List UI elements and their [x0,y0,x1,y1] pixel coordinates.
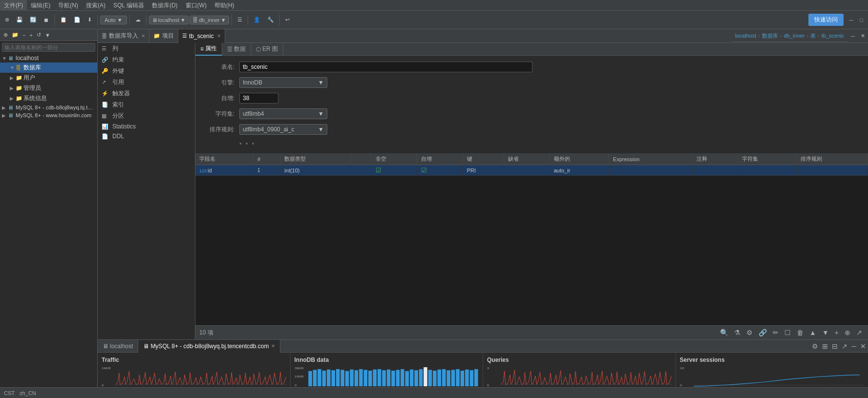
sub-tab-properties[interactable]: ≡ 属性 [195,43,222,56]
status-cst: CST [4,390,15,396]
toolbar-list-btn[interactable]: ☰ [234,15,245,24]
footer-delete-btn[interactable]: 🗑 [795,328,805,337]
bottom-tab-mysql[interactable]: 🖥 MySQL 8+ - cdb-b8oj8wyq.bj.tencentcdb.… [138,340,280,353]
host-dropdown[interactable]: 🖥 localhost ▼ [149,16,189,24]
toolbar-save-btn[interactable]: 💾 [13,15,26,24]
toolbar-wrench-btn[interactable]: 🔧 [264,15,277,24]
tab-db-import[interactable]: 🗄 数据库导入 ✕ [98,29,149,43]
footer-copy2-btn[interactable]: ⊕ [843,328,852,337]
engine-select[interactable]: InnoDB ▼ [239,77,327,88]
footer-down-btn[interactable]: ▼ [820,328,831,337]
footer-settings-btn[interactable]: ⚙ [744,328,755,337]
sidebar-add-btn[interactable]: ⊕ [2,31,9,39]
bottom-close-btn[interactable]: ✕ [858,341,868,351]
obj-panel-item-columns[interactable]: ☰ 列 [98,43,195,54]
obj-panel-item-ddl[interactable]: 📄 DDL [98,131,195,141]
menu-window[interactable]: 窗口(W) [182,0,211,11]
toolbar-back-btn[interactable]: ↩ [282,15,293,24]
collation-select[interactable]: utf8mb4_0900_ai_c ▼ [239,124,327,135]
footer-search-btn[interactable]: 🔍 [718,328,730,337]
bottom-grid2-btn[interactable]: ⊟ [830,341,840,351]
sidebar-item-admin[interactable]: ▶ 📁 管理员 [0,83,97,93]
sidebar-expand-btn[interactable]: + [28,32,34,39]
footer-link-btn[interactable]: 🔗 [757,328,769,337]
bottom-tab-localhost[interactable]: 🖥 localhost [98,340,138,353]
bottom-export2-btn[interactable]: ↗ [840,341,849,351]
obj-panel-item-triggers[interactable]: ⚡ 触发器 [98,88,195,99]
footer-filter-btn[interactable]: ⚗ [732,328,742,337]
db-dropdown[interactable]: 🗄 db_inner ▼ [190,16,229,24]
toolbar-copy-btn[interactable]: 📋 [57,15,70,24]
quick-access-button[interactable]: 快速访问 [808,14,844,26]
toolbar-win-max-btn[interactable]: □ [857,16,866,24]
obj-panel-item-constraints[interactable]: 🔗 约束 [98,54,195,65]
breadcrumb-item-db[interactable]: 数据库 [762,32,778,40]
sub-tab-data[interactable]: ☰ 数据 [222,43,251,56]
sidebar-item-mysql1[interactable]: ▶ 🖥 MySQL 8+ - cdb-b8oj8wyq.bj.tenc... [0,104,97,111]
sidebar-folder-btn[interactable]: 📁 [10,31,20,39]
sidebar-item-sysinfo[interactable]: ▶ 📁 系统信息 [0,93,97,104]
sidebar-item-users[interactable]: ▶ 📁 用户 [0,73,97,83]
obj-panel-item-statistics[interactable]: 📊 Statistics [98,122,195,131]
toolbar-new-btn[interactable]: ⊕ [2,15,12,24]
footer-up-btn[interactable]: ▲ [807,328,818,337]
toolbar-win-min-btn[interactable]: ─ [847,16,856,24]
sidebar-collapse-btn[interactable]: − [21,32,27,39]
menu-sql[interactable]: SQL 编辑器 [109,0,148,11]
svg-rect-14 [345,371,349,386]
menu-file[interactable]: 文件(F) [0,0,27,11]
menu-search[interactable]: 搜索(A) [82,0,109,11]
footer-edit-btn[interactable]: ✏ [771,328,781,337]
footer-square-btn[interactable]: ☐ [783,328,793,337]
bottom-tab-close[interactable]: ✕ [271,343,275,349]
toolbar-paste-btn[interactable]: 📄 [71,15,84,24]
tab-tb-scenic[interactable]: ☰ tb_scenic ✕ [178,29,225,43]
profile-icon: 👤 [254,17,260,23]
tablename-input[interactable] [239,62,532,72]
toolbar-profile-btn[interactable]: 👤 [251,15,263,24]
bottom-min-btn[interactable]: ─ [849,341,858,351]
toolbar-cloud-btn[interactable]: ☁ [132,15,144,24]
breadcrumb-item-host[interactable]: localhost [735,33,756,39]
expand-arrow-icon-4: ▶ [10,85,16,91]
sidebar-item-localhost[interactable]: ▼ 🖥 localhost [0,54,97,63]
win-restore-btn[interactable]: ─ [848,32,858,41]
tab-close-import[interactable]: ✕ [141,33,145,39]
menu-help[interactable]: 帮助(H) [211,0,238,11]
toolbar-stop-btn[interactable]: ⏹ [41,16,52,24]
bottom-grid-btn[interactable]: ⊞ [820,341,830,351]
breadcrumb-item-dbinner[interactable]: db_inner [784,33,805,39]
sidebar-item-mysql2[interactable]: ▶ 🖥 MySQL 8+ - www.houxinlin.com [0,111,97,119]
tab-icon-2: 📁 [153,33,160,39]
obj-panel-item-indexes[interactable]: 📑 索引 [98,99,195,110]
auto-dropdown[interactable]: Auto ▼ [100,16,127,24]
menu-db[interactable]: 数据库(D) [148,0,182,11]
footer-add-btn[interactable]: + [833,328,841,337]
sidebar-refresh-btn[interactable]: ↺ [35,31,42,39]
sidebar-search-input[interactable] [2,43,95,52]
obj-panel-item-foreignkeys[interactable]: 🔑 外键 [98,65,195,77]
menu-nav[interactable]: 导航(N) [54,0,82,11]
obj-panel-item-partitions[interactable]: ▦ 分区 [98,110,195,122]
autoinc-input[interactable] [239,93,278,104]
format-icon: ⬇ [87,17,92,23]
charset-select[interactable]: utf8mb4 ▼ [239,108,327,119]
sidebar-item-database[interactable]: ▼ 🗄 数据库 [0,63,97,73]
obj-panel-item-refs[interactable]: ↗ 引用 [98,77,195,88]
tab-projects[interactable]: 📁 项目 [149,29,178,43]
toolbar-format-btn[interactable]: ⬇ [85,15,95,24]
bottom-settings-btn[interactable]: ⚙ [810,341,820,351]
toolbar-refresh-btn[interactable]: 🔄 [27,15,40,24]
breadcrumb-item-tbscenic[interactable]: tb_scenic [822,33,844,39]
table-row[interactable]: 123id 1 int(10) ☑ ☑ PRI auto_ir [195,165,868,176]
win-close-btn[interactable]: ✕ [858,31,868,41]
breadcrumb-sep-3: › [806,33,808,39]
host-icon: 🖥 [8,55,16,61]
menu-edit[interactable]: 编辑(E) [27,0,54,11]
sidebar-more-btn[interactable]: ▼ [43,32,52,39]
tab-close-scenic[interactable]: ✕ [217,33,221,39]
footer-export-btn[interactable]: ↗ [854,328,864,337]
stop-icon: ⏹ [43,17,49,23]
breadcrumb-item-table[interactable]: 表 [810,32,816,40]
sub-tab-er[interactable]: ⬡ ER 图 [251,43,283,56]
